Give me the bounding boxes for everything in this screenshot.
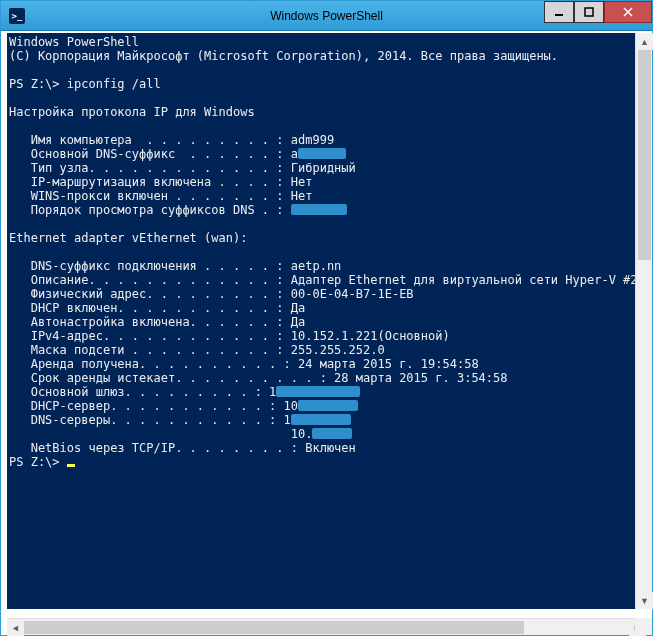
field-value	[284, 203, 291, 217]
scroll-track[interactable]	[24, 619, 629, 635]
window-buttons	[544, 1, 652, 23]
field-label: NetBios через TCP/IP. . . . . . . . :	[9, 441, 298, 455]
field-value: Включен	[298, 441, 356, 455]
console-area[interactable]: Windows PowerShell (C) Корпорация Майкро…	[7, 33, 646, 609]
redacted-value	[298, 148, 346, 159]
prompt: PS Z:\>	[9, 455, 67, 469]
copyright-line: (C) Корпорация Майкрософт (Microsoft Cor…	[9, 49, 558, 63]
redacted-value	[291, 414, 351, 425]
field-label: DHCP-сервер. . . . . . . . . . . :	[9, 399, 276, 413]
field-label: Имя компьютера . . . . . . . . . :	[9, 133, 284, 147]
scroll-left-button[interactable]: ◄	[7, 619, 24, 636]
field-value: Да	[284, 315, 306, 329]
scroll-thumb[interactable]	[638, 50, 651, 260]
field-value: Да	[284, 301, 306, 315]
powershell-window: >_ Windows PowerShell Windows PowerShell…	[0, 0, 653, 636]
field-label: WINS-прокси включен . . . . . . . :	[9, 189, 284, 203]
field-label: Порядок просмотра суффиксов DNS . :	[9, 203, 284, 217]
adapter-header: Ethernet adapter vEthernet (wan):	[9, 231, 247, 245]
field-value: 10	[276, 399, 298, 413]
field-label: DHCP включен. . . . . . . . . . . :	[9, 301, 284, 315]
field-value: 255.255.252.0	[284, 343, 385, 357]
field-label: IPv4-адрес. . . . . . . . . . . . :	[9, 329, 284, 343]
scroll-corner	[635, 618, 652, 635]
close-button[interactable]	[604, 1, 652, 23]
field-label: DNS-серверы. . . . . . . . . . . :	[9, 413, 276, 427]
client-area: Windows PowerShell (C) Корпорация Майкро…	[1, 31, 652, 635]
field-label: Физический адрес. . . . . . . . . :	[9, 287, 284, 301]
field-value: 24 марта 2015 г. 19:54:58	[291, 357, 479, 371]
maximize-button[interactable]	[574, 1, 604, 23]
section-header: Настройка протокола IP для Windows	[9, 105, 255, 119]
vertical-scrollbar[interactable]: ▲ ▼	[635, 33, 652, 609]
field-label: Описание. . . . . . . . . . . . . :	[9, 273, 284, 287]
redacted-value	[298, 400, 358, 411]
field-value: 28 марта 2015 г. 3:54:58	[327, 371, 508, 385]
field-value: 00-0E-04-B7-1E-EB	[284, 287, 414, 301]
command: ipconfig /all	[67, 77, 161, 91]
field-label	[9, 427, 284, 441]
field-value: 1	[262, 385, 276, 399]
scroll-track[interactable]	[636, 50, 652, 592]
field-value: aetp.nn	[284, 259, 342, 273]
horizontal-scrollbar[interactable]: ◄ ►	[7, 618, 646, 635]
field-value: Нет	[284, 189, 313, 203]
minimize-button[interactable]	[544, 1, 574, 23]
field-value: Гибридный	[284, 161, 356, 175]
field-label: Тип узла. . . . . . . . . . . . . :	[9, 161, 284, 175]
field-label: Основной шлюз. . . . . . . . . :	[9, 385, 262, 399]
header-line: Windows PowerShell	[9, 35, 139, 49]
svg-rect-1	[585, 8, 593, 16]
scroll-thumb[interactable]	[24, 621, 524, 634]
field-value: adm999	[284, 133, 335, 147]
scroll-up-button[interactable]: ▲	[636, 33, 653, 50]
redacted-value	[312, 428, 352, 439]
field-value: Нет	[284, 175, 313, 189]
field-value: 10.152.1.221(Основной)	[284, 329, 450, 343]
redacted-value	[276, 386, 360, 397]
field-value: a	[284, 147, 298, 161]
field-value: 10.	[284, 427, 313, 441]
field-label: Автонастройка включена. . . . . . :	[9, 315, 284, 329]
field-label: IP-маршрутизация включена . . . . :	[9, 175, 284, 189]
field-label: DNS-суффикс подключения . . . . . :	[9, 259, 284, 273]
field-value: Адаптер Ethernet для виртуальной сети Hy…	[284, 273, 638, 287]
console-text: Windows PowerShell (C) Корпорация Майкро…	[7, 33, 646, 469]
field-value: 1	[276, 413, 290, 427]
field-label: Аренда получена. . . . . . . . . . :	[9, 357, 291, 371]
field-label: Маска подсети . . . . . . . . . . :	[9, 343, 284, 357]
field-label: Основной DNS-суффикс . . . . . . :	[9, 147, 284, 161]
scroll-down-button[interactable]: ▼	[636, 592, 653, 609]
titlebar[interactable]: >_ Windows PowerShell	[1, 1, 652, 31]
powershell-icon: >_	[9, 8, 25, 24]
field-label: Срок аренды истекает. . . . . . . . . . …	[9, 371, 327, 385]
prompt: PS Z:\>	[9, 77, 67, 91]
cursor	[67, 464, 75, 467]
redacted-value	[291, 204, 347, 215]
